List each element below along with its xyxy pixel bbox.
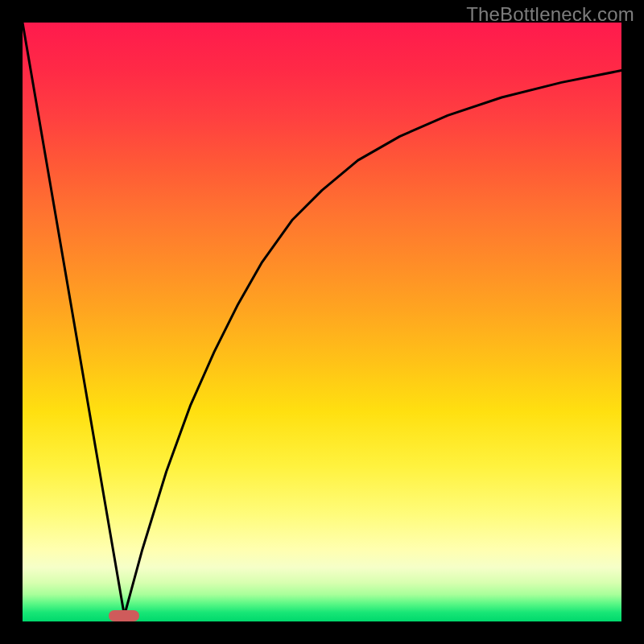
- bottleneck-marker: [109, 610, 139, 621]
- watermark-text: TheBottleneck.com: [466, 3, 634, 26]
- series-right-rising-curve: [124, 71, 621, 616]
- chart-frame: TheBottleneck.com: [0, 0, 644, 644]
- series-left-descending-line: [23, 23, 124, 616]
- curves-layer: [23, 23, 621, 621]
- plot-area: [23, 23, 621, 621]
